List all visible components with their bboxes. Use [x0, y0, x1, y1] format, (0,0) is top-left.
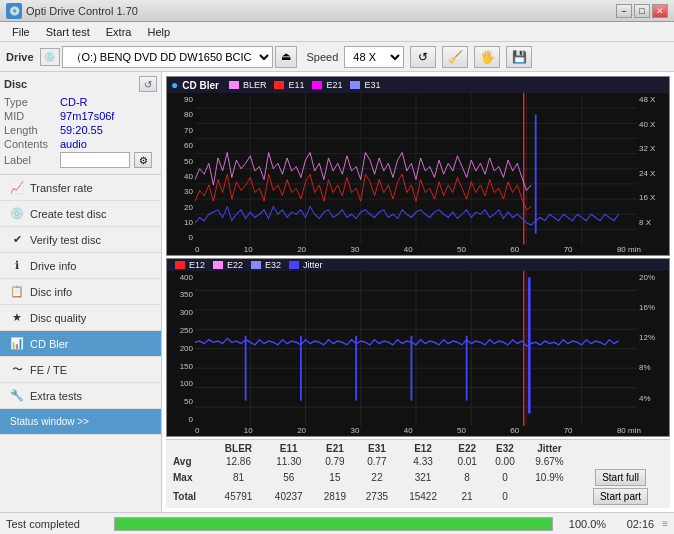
nav-create-test-disc[interactable]: 💿 Create test disc: [0, 201, 161, 227]
y-right-48x: 48 X: [639, 95, 667, 104]
y-label-80: 80: [167, 110, 195, 119]
y2-label-150: 150: [167, 362, 195, 371]
row-max-e31: 22: [356, 468, 398, 487]
menu-help[interactable]: Help: [139, 24, 178, 40]
row-avg-e31: 0.77: [356, 455, 398, 468]
drive-select[interactable]: （O:) BENQ DVD DD DW1650 BCIC: [62, 46, 273, 68]
progress-container: [114, 517, 553, 531]
y2-label-100: 100: [167, 379, 195, 388]
disc-mid-label: MID: [4, 110, 56, 122]
col-header-e12: E12: [398, 442, 448, 455]
x2-label-20: 20: [297, 426, 306, 435]
extra-button[interactable]: 🖐: [474, 46, 500, 68]
chart-bottom-x-axis: 0 10 20 30 40 50 60 70 80 min: [167, 426, 669, 436]
row-avg-e22: 0.01: [448, 455, 486, 468]
menu-extra[interactable]: Extra: [98, 24, 140, 40]
y2-right-16pct: 16%: [639, 303, 667, 312]
x-label-80: 80 min: [617, 245, 641, 254]
x2-label-30: 30: [350, 426, 359, 435]
minimize-button[interactable]: −: [616, 4, 632, 18]
chart-top-body: 90 80 70 60 50 40 30 20 10 0: [167, 93, 669, 245]
speed-select[interactable]: 48 X: [344, 46, 404, 68]
nav-transfer-rate-label: Transfer rate: [30, 182, 93, 194]
col-header-e22: E22: [448, 442, 486, 455]
legend-e12: E12: [189, 260, 205, 270]
nav-fe-te[interactable]: 〜 FE / TE: [0, 357, 161, 383]
chart-top-svg: [195, 93, 637, 245]
disc-mid-row: MID 97m17s06f: [4, 110, 157, 122]
close-button[interactable]: ✕: [652, 4, 668, 18]
drive-icon: 💿: [40, 48, 60, 66]
col-header-e11: E11: [264, 442, 314, 455]
status-menu-icon[interactable]: ≡: [662, 518, 668, 529]
clear-button[interactable]: 🧹: [442, 46, 468, 68]
row-avg-label: Avg: [170, 455, 213, 468]
title-bar: 💿 Opti Drive Control 1.70 − □ ✕: [0, 0, 674, 22]
chart-top-title: CD Bler: [182, 80, 219, 91]
legend-e21: E21: [326, 80, 342, 90]
nav-disc-quality[interactable]: ★ Disc quality: [0, 305, 161, 331]
chart-top-x-axis: 0 10 20 30 40 50 60 70 80 min: [167, 245, 669, 255]
start-part-button[interactable]: Start part: [593, 488, 648, 505]
maximize-button[interactable]: □: [634, 4, 650, 18]
y-label-70: 70: [167, 126, 195, 135]
row-avg-e11: 11.30: [264, 455, 314, 468]
y2-right-20pct: 20%: [639, 273, 667, 282]
nav-fe-te-label: FE / TE: [30, 364, 67, 376]
row-max-e21: 15: [314, 468, 356, 487]
y-right-16x: 16 X: [639, 193, 667, 202]
nav-extra-tests-label: Extra tests: [30, 390, 82, 402]
legend-bler: BLER: [243, 80, 267, 90]
row-total-e21: 2819: [314, 487, 356, 506]
col-header-e32: E32: [486, 442, 524, 455]
menu-file[interactable]: File: [4, 24, 38, 40]
window-controls: − □ ✕: [616, 4, 668, 18]
status-window-button[interactable]: Status window >>: [0, 409, 161, 435]
row-max-e32: 0: [486, 468, 524, 487]
refresh-button[interactable]: ↺: [410, 46, 436, 68]
row-max-jitter: 10.9%: [524, 468, 575, 487]
disc-contents-value: audio: [60, 138, 87, 150]
progress-percent: 100.0%: [561, 518, 606, 530]
window-title: Opti Drive Control 1.70: [26, 5, 138, 17]
table-row-total: Total 45791 40237 2819 2735 15422 21 0 S…: [170, 487, 666, 506]
nav-cd-bler[interactable]: 📊 CD Bler: [0, 331, 161, 357]
chart-top-plot: [195, 93, 637, 245]
verify-test-disc-icon: ✔: [10, 233, 24, 247]
menu-start-test[interactable]: Start test: [38, 24, 98, 40]
row-max-e11: 56: [264, 468, 314, 487]
disc-label-row: Label ⚙: [4, 152, 157, 168]
nav-verify-test-disc[interactable]: ✔ Verify test disc: [0, 227, 161, 253]
nav-extra-tests[interactable]: 🔧 Extra tests: [0, 383, 161, 409]
menu-bar: File Start test Extra Help: [0, 22, 674, 42]
legend-jitter: Jitter: [303, 260, 323, 270]
nav-disc-info[interactable]: 📋 Disc info: [0, 279, 161, 305]
nav-cd-bler-label: CD Bler: [30, 338, 69, 350]
disc-label-button[interactable]: ⚙: [134, 152, 152, 168]
nav-transfer-rate[interactable]: 📈 Transfer rate: [0, 175, 161, 201]
row-total-e22: 21: [448, 487, 486, 506]
start-full-button[interactable]: Start full: [595, 469, 646, 486]
row-avg-e21: 0.79: [314, 455, 356, 468]
nav-drive-info[interactable]: ℹ Drive info: [0, 253, 161, 279]
disc-label-input[interactable]: [60, 152, 130, 168]
row-total-e31: 2735: [356, 487, 398, 506]
col-header-e21: E21: [314, 442, 356, 455]
x2-label-60: 60: [510, 426, 519, 435]
y-right-32x: 32 X: [639, 144, 667, 153]
y-right-8x: 8 X: [639, 218, 667, 227]
x2-label-10: 10: [244, 426, 253, 435]
x-label-0: 0: [195, 245, 199, 254]
row-max-e12: 321: [398, 468, 448, 487]
eject-button[interactable]: ⏏: [275, 46, 297, 68]
x-label-10: 10: [244, 245, 253, 254]
row-avg-e12: 4.33: [398, 455, 448, 468]
legend-e31: E31: [364, 80, 380, 90]
disc-refresh-button[interactable]: ↺: [139, 76, 157, 92]
y-label-20: 20: [167, 203, 195, 212]
row-max-btn-cell: Start full: [575, 468, 666, 487]
disc-mid-value: 97m17s06f: [60, 110, 114, 122]
save-button[interactable]: 💾: [506, 46, 532, 68]
col-header-jitter: Jitter: [524, 442, 575, 455]
row-max-bler: 81: [213, 468, 263, 487]
